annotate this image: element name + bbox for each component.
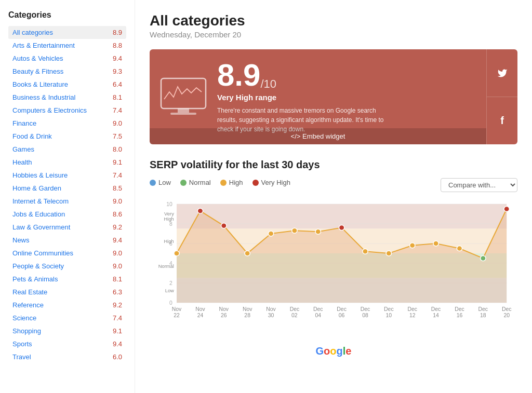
svg-text:02: 02 xyxy=(291,313,298,318)
score-display: 8.9/10 xyxy=(217,60,476,91)
sidebar-item[interactable]: Arts & Entertainment8.8 xyxy=(8,39,126,52)
svg-text:6: 6 xyxy=(169,241,172,247)
category-score: 9.0 xyxy=(113,119,122,127)
sidebar-item[interactable]: Jobs & Education8.6 xyxy=(8,208,126,221)
embed-widget-bar[interactable]: </> Embed widget xyxy=(150,128,486,144)
svg-text:16: 16 xyxy=(457,313,463,318)
sidebar-item[interactable]: Games8.0 xyxy=(8,143,126,156)
category-name: Shopping xyxy=(12,327,41,335)
sidebar-item[interactable]: Beauty & Fitness9.3 xyxy=(8,65,126,78)
svg-text:Dec: Dec xyxy=(431,306,441,312)
category-name: Law & Government xyxy=(12,223,70,231)
category-name: Travel xyxy=(12,353,31,361)
sidebar-item[interactable]: Internet & Telecom9.0 xyxy=(8,195,126,208)
category-score: 9.3 xyxy=(113,67,122,75)
sidebar-item[interactable]: Online Communities9.0 xyxy=(8,247,126,260)
category-name: Reference xyxy=(12,301,44,309)
category-name: Finance xyxy=(12,119,36,127)
category-score: 7.4 xyxy=(113,314,122,322)
sidebar-item[interactable]: Computers & Electronics7.4 xyxy=(8,104,126,117)
sidebar-item[interactable]: Hobbies & Leisure7.4 xyxy=(8,169,126,182)
svg-text:06: 06 xyxy=(339,313,345,318)
volatility-chart: VeryHighHighNormalLow0246810Nov22Nov24No… xyxy=(150,196,517,342)
svg-text:8: 8 xyxy=(169,221,172,227)
legend-dot xyxy=(150,180,156,186)
page-title: All categories xyxy=(150,12,517,29)
category-score: 8.1 xyxy=(113,275,122,283)
category-name: Arts & Entertainment xyxy=(12,42,75,49)
sidebar-item[interactable]: Travel6.0 xyxy=(8,350,126,363)
category-name: Online Communities xyxy=(12,249,73,257)
chart-legend: LowNormalHighVery High xyxy=(150,179,290,186)
facebook-button[interactable]: f xyxy=(487,97,517,144)
category-score: 8.6 xyxy=(113,210,122,218)
svg-text:26: 26 xyxy=(221,313,227,318)
sidebar-item[interactable]: Business & Industrial8.1 xyxy=(8,91,126,104)
category-score: 9.4 xyxy=(113,236,122,244)
sidebar-item[interactable]: People & Society9.0 xyxy=(8,260,126,273)
svg-point-31 xyxy=(339,225,344,231)
category-name: Books & Literature xyxy=(12,80,68,88)
svg-text:Dec: Dec xyxy=(313,306,323,312)
category-name: News xyxy=(12,236,30,244)
category-score: 9.1 xyxy=(113,158,122,166)
sidebar-item[interactable]: Sports9.4 xyxy=(8,337,126,350)
sidebar-item[interactable]: Food & Drink7.5 xyxy=(8,130,126,143)
svg-text:10: 10 xyxy=(166,201,172,207)
legend-item: Low xyxy=(150,179,171,186)
score-info: 8.9/10 Very High range There're constant… xyxy=(217,60,476,134)
category-name: Autos & Vehicles xyxy=(12,55,63,62)
svg-text:Very: Very xyxy=(164,211,174,216)
category-score: 7.4 xyxy=(113,171,122,179)
sidebar-item[interactable]: Books & Literature6.4 xyxy=(8,78,126,91)
legend-label: High xyxy=(229,179,243,186)
category-score: 8.8 xyxy=(113,42,122,49)
category-name: Beauty & Fitness xyxy=(12,67,63,75)
social-buttons: f xyxy=(486,49,517,144)
sidebar-item[interactable]: Law & Government9.2 xyxy=(8,221,126,234)
category-name: All categories xyxy=(12,29,53,36)
sidebar-item[interactable]: Shopping9.1 xyxy=(8,324,126,337)
sidebar-item[interactable]: Pets & Animals8.1 xyxy=(8,273,126,286)
compare-select[interactable]: Compare with... xyxy=(441,178,517,192)
page-date: Wednesday, December 20 xyxy=(150,30,517,39)
sidebar-item[interactable]: Real Estate6.3 xyxy=(8,286,126,299)
svg-point-34 xyxy=(410,243,415,248)
svg-text:04: 04 xyxy=(315,313,321,318)
category-score: 6.4 xyxy=(113,80,122,88)
category-score: 9.4 xyxy=(113,340,122,348)
sidebar-item[interactable]: Home & Garden8.5 xyxy=(8,182,126,195)
category-score: 7.5 xyxy=(113,132,122,140)
chart-title: SERP volatility for the last 30 days xyxy=(150,159,517,171)
sidebar-item[interactable]: Health9.1 xyxy=(8,156,126,169)
category-score: 8.1 xyxy=(113,93,122,101)
score-number: 8.9 xyxy=(217,60,260,91)
svg-text:10: 10 xyxy=(386,313,392,318)
legend-item: High xyxy=(220,179,243,186)
svg-text:30: 30 xyxy=(268,313,274,318)
svg-text:Dec: Dec xyxy=(337,306,346,312)
svg-point-37 xyxy=(481,256,486,261)
sidebar-item[interactable]: Science7.4 xyxy=(8,311,126,324)
svg-point-32 xyxy=(363,249,368,254)
category-name: Business & Industrial xyxy=(12,93,75,101)
category-score: 8.9 xyxy=(113,29,122,36)
svg-text:4: 4 xyxy=(169,261,172,266)
sidebar-item[interactable]: Reference9.2 xyxy=(8,299,126,311)
svg-text:Dec: Dec xyxy=(455,306,464,312)
category-score: 6.3 xyxy=(113,288,122,296)
sidebar-item[interactable]: Finance9.0 xyxy=(8,117,126,130)
sidebar-item[interactable]: Autos & Vehicles9.4 xyxy=(8,52,126,65)
svg-point-38 xyxy=(504,207,509,212)
category-score: 7.4 xyxy=(113,106,122,114)
svg-text:0: 0 xyxy=(169,300,172,306)
sidebar-item[interactable]: All categories8.9 xyxy=(8,26,126,39)
sidebar-item[interactable]: News9.4 xyxy=(8,234,126,247)
svg-text:18: 18 xyxy=(480,313,486,318)
category-name: Health xyxy=(12,158,32,166)
category-name: Computers & Electronics xyxy=(12,106,87,114)
svg-point-33 xyxy=(386,251,391,256)
twitter-button[interactable] xyxy=(487,49,517,97)
legend-dot xyxy=(252,180,259,186)
svg-point-29 xyxy=(292,228,297,233)
